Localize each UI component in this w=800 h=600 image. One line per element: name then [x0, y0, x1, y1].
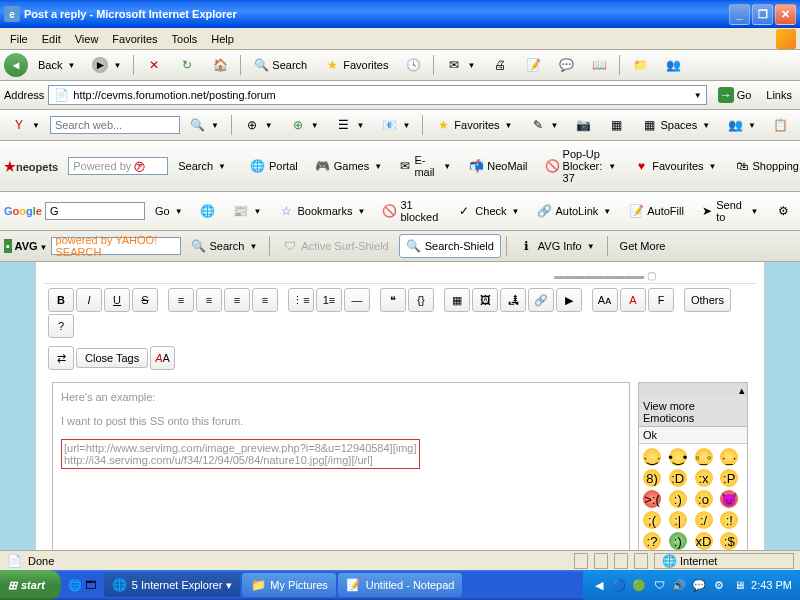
taskbar-item-notepad[interactable]: 📝Untitled - Notepad — [338, 573, 463, 597]
favorites-button[interactable]: ★Favorites — [317, 53, 395, 77]
yahoo-btn8[interactable]: 📋 — [766, 113, 796, 137]
emoticon[interactable]: :P — [720, 469, 738, 487]
list-ul-button[interactable]: ⋮≡ — [288, 288, 314, 312]
emoticon[interactable]: :) — [669, 532, 687, 550]
image-upload-button[interactable]: 🖼 — [472, 288, 498, 312]
go-button[interactable]: →Go — [711, 84, 759, 106]
back-label[interactable]: Back▼ — [31, 55, 82, 75]
underline-button[interactable]: U — [104, 288, 130, 312]
bold-button[interactable]: B — [48, 288, 74, 312]
history-button[interactable]: 🕓 — [398, 53, 428, 77]
close-button[interactable]: ✕ — [775, 4, 796, 25]
menu-favorites[interactable]: Favorites — [106, 31, 163, 47]
google-blocked[interactable]: 🚫31 blocked — [375, 195, 446, 227]
font-button[interactable]: F — [648, 288, 674, 312]
taskbar-item-ie[interactable]: 🌐5 Internet Explorer▾ — [104, 573, 241, 597]
close-tags-button[interactable]: Close Tags — [76, 348, 148, 368]
link-button[interactable]: 🔗 — [528, 288, 554, 312]
strike-button[interactable]: S — [132, 288, 158, 312]
extra1-button[interactable]: 📁 — [625, 53, 655, 77]
yahoo-btn1[interactable]: ⊕▼ — [237, 113, 280, 137]
tray-icon[interactable]: 🟢 — [631, 577, 647, 593]
taskbar-item-pictures[interactable]: 📁My Pictures — [242, 573, 335, 597]
others-button[interactable]: Others — [684, 288, 731, 312]
quick-launch-icon[interactable]: 🌐 — [67, 577, 83, 593]
emoticon[interactable]: :? — [643, 532, 661, 550]
image-button[interactable]: 🏞 — [500, 288, 526, 312]
yahoo-btn7[interactable]: 👥▼ — [720, 113, 763, 137]
avg-logo[interactable]: ▪ AVG▼ — [4, 240, 48, 252]
emoticon[interactable]: :| — [669, 511, 687, 529]
emoticon[interactable]: 😈 — [720, 490, 738, 508]
emoticon[interactable]: :o — [695, 490, 713, 508]
start-button[interactable]: ⊞start — [0, 570, 61, 600]
emoticon[interactable]: 8) — [643, 469, 661, 487]
emoticon[interactable]: •‿• — [669, 448, 687, 466]
google-autofill[interactable]: 📝AutoFill — [621, 199, 691, 223]
links-label[interactable]: Links — [762, 89, 796, 101]
print-button[interactable]: 🖨 — [485, 53, 515, 77]
emoticon[interactable]: :) — [669, 490, 687, 508]
google-logo[interactable]: Google — [4, 205, 42, 217]
emoticon[interactable]: :/ — [695, 511, 713, 529]
menu-tools[interactable]: Tools — [166, 31, 204, 47]
yahoo-btn3[interactable]: ☰▼ — [329, 113, 372, 137]
avg-more[interactable]: Get More — [613, 236, 673, 256]
neopets-games[interactable]: 🎮Games▼ — [308, 154, 389, 178]
google-bookmarks[interactable]: ☆Bookmarks▼ — [271, 199, 372, 223]
neopets-shopping[interactable]: 🛍Shopping — [727, 154, 801, 178]
emoticon[interactable]: xD — [695, 532, 713, 550]
menu-help[interactable]: Help — [205, 31, 240, 47]
font-style-button[interactable]: AA — [150, 346, 175, 370]
neopets-email[interactable]: ✉E-mail▼ — [392, 150, 458, 182]
yahoo-btn4[interactable]: 📧▼ — [375, 113, 418, 137]
menu-view[interactable]: View — [69, 31, 105, 47]
google-autolink[interactable]: 🔗AutoLink▼ — [529, 199, 618, 223]
table-button[interactable]: ▦ — [444, 288, 470, 312]
messenger-button[interactable]: 💬 — [551, 53, 581, 77]
google-sendto[interactable]: ➤Send to▼ — [694, 195, 766, 227]
avg-search-input[interactable]: powered by YAHOO! SEARCH — [51, 237, 181, 255]
hr-button[interactable]: — — [344, 288, 370, 312]
emoticon[interactable]: :x — [695, 469, 713, 487]
video-button[interactable]: ▶ — [556, 288, 582, 312]
emoticon[interactable]: ;( — [643, 511, 661, 529]
yahoo-spaces[interactable]: ▦Spaces▼ — [634, 113, 717, 137]
address-input[interactable]: 📄 http://cevms.forumotion.net/posting.fo… — [48, 85, 706, 105]
search-button[interactable]: 🔍Search — [246, 53, 314, 77]
emoticon-collapse-icon[interactable]: ▴ — [739, 384, 745, 396]
clock[interactable]: 2:43 PM — [751, 579, 792, 591]
neopets-search[interactable]: Search▼ — [171, 156, 233, 176]
neopets-favourites[interactable]: ♥Favourites▼ — [626, 154, 723, 178]
yahoo-pen[interactable]: ✎▼ — [523, 113, 566, 137]
neopets-portal[interactable]: 🌐Portal — [243, 154, 305, 178]
google-search-input[interactable] — [45, 202, 145, 220]
emoticon-header[interactable]: View more Emoticons — [639, 398, 747, 427]
menu-edit[interactable]: Edit — [36, 31, 67, 47]
emoticon[interactable]: :D — [669, 469, 687, 487]
tray-icon[interactable]: 🔊 — [671, 577, 687, 593]
google-btn3[interactable]: ⚙ — [769, 199, 799, 223]
emoticon[interactable]: :! — [720, 511, 738, 529]
home-button[interactable]: 🏠 — [205, 53, 235, 77]
avg-search[interactable]: 🔍Search▼ — [184, 234, 265, 258]
maximize-button[interactable]: ❐ — [752, 4, 773, 25]
tray-icon[interactable]: 🖥 — [731, 577, 747, 593]
emoticon[interactable]: ◦_◦ — [695, 448, 713, 466]
google-check[interactable]: ✓Check▼ — [449, 199, 526, 223]
color-button[interactable]: A — [620, 288, 646, 312]
align-right-button[interactable]: ≡ — [224, 288, 250, 312]
yahoo-search-input[interactable] — [50, 116, 180, 134]
tray-icon[interactable]: 🛡 — [651, 577, 667, 593]
avg-shield[interactable]: 🔍Search-Shield — [399, 234, 501, 258]
avg-active[interactable]: 🛡Active Surf-Shield — [275, 234, 395, 258]
avg-info[interactable]: ℹAVG Info▼ — [512, 234, 602, 258]
yahoo-favorites[interactable]: ★Favorites▼ — [428, 113, 519, 137]
minimize-button[interactable]: _ — [729, 4, 750, 25]
address-dropdown-icon[interactable]: ▼ — [694, 91, 702, 100]
quick-launch-icon[interactable]: 🗔 — [83, 577, 99, 593]
forward-button[interactable]: ►▼ — [85, 53, 128, 77]
emoticon[interactable]: :$ — [720, 532, 738, 550]
tray-icon[interactable]: 💬 — [691, 577, 707, 593]
yahoo-btn2[interactable]: ⊕▼ — [283, 113, 326, 137]
